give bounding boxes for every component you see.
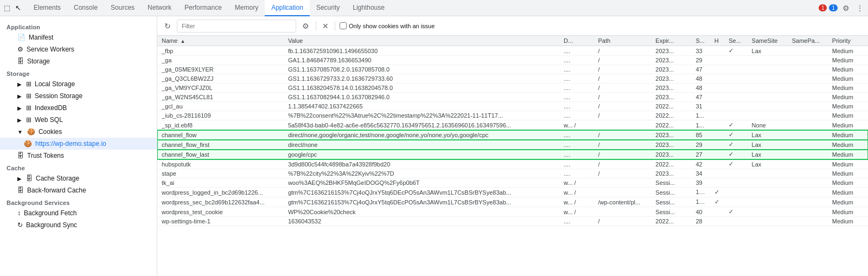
table-row[interactable]: wordpress_sec_bc2d69b122632faa4...gtm%7C… (157, 197, 868, 207)
tab-network[interactable]: Network (141, 0, 178, 16)
tab-memory[interactable]: Memory (228, 0, 265, 16)
filter-options-icon[interactable]: ⚙ (299, 20, 311, 32)
col-header-name[interactable]: Name ▲ (157, 36, 284, 46)
sidebar-item-manifest[interactable]: 📄 Manifest (0, 31, 157, 43)
sidebar-item-label: Background Sync (26, 221, 77, 229)
tab-lighthouse[interactable]: Lighthouse (346, 0, 391, 16)
table-row[interactable]: wordpress_logged_in_bc2d69b1226...gtm%7C… (157, 188, 868, 197)
table-row[interactable]: _iub_cs-28116109%7B%22consent%22%3Atrue%… (157, 111, 868, 120)
issue-filter-checkbox[interactable] (340, 22, 347, 29)
devtools-inspect-icon[interactable]: ↖ (13, 3, 23, 13)
manifest-icon: 📄 (17, 34, 25, 41)
col-header-priority[interactable]: Priority (828, 36, 868, 46)
col-header-value[interactable]: Value (284, 36, 559, 46)
table-row[interactable]: _fbpfb.1.1636725910961.1496655030..../20… (157, 46, 868, 56)
sidebar-item-cookies[interactable]: ▼ 🍪 Cookies (0, 126, 157, 138)
background-sync-icon: ↻ (17, 221, 23, 229)
table-row[interactable]: _ga_VM9YCFJZ0LGS1.1.1638204578.14.0.1638… (157, 84, 868, 93)
expand-icon: ▼ (17, 129, 23, 135)
sidebar: Application 📄 Manifest ⚙ Service Workers… (0, 16, 157, 276)
settings-icon[interactable]: ⚙ (840, 2, 852, 14)
cookies-icon: 🍪 (27, 128, 35, 136)
service-workers-icon: ⚙ (17, 46, 23, 53)
issue-filter-checkbox-label[interactable]: Only show cookies with an issue (340, 22, 435, 29)
expand-icon: ▶ (17, 176, 22, 182)
tab-application[interactable]: Application (265, 0, 310, 16)
session-storage-icon: ⊞ (26, 92, 31, 100)
content-area: ↻ ⚙ ✕ Only show cookies with an issue Na… (157, 16, 868, 276)
table-row[interactable]: _ga_W2NS45CL81GS1.1.1637082944.1.0.16370… (157, 93, 868, 102)
col-header-expires[interactable]: Expir... (651, 36, 691, 46)
sidebar-item-label: Manifest (29, 34, 53, 41)
sidebar-section-storage: Storage (0, 67, 157, 78)
tab-console[interactable]: Console (67, 0, 104, 16)
local-storage-icon: ⊞ (26, 80, 31, 88)
table-row[interactable]: _gaGA1.1.846847789.1636653490..../2023..… (157, 56, 868, 65)
sidebar-item-label: Service Workers (27, 46, 74, 53)
filter-input[interactable] (177, 20, 296, 33)
sidebar-item-label: Web SQL (35, 116, 63, 124)
table-row[interactable]: wordpress_test_cookieWP%20Cookie%20check… (157, 207, 868, 217)
expand-icon: ▶ (17, 81, 22, 87)
sidebar-item-label: Trust Tokens (27, 152, 64, 159)
table-row[interactable]: hubspotutk3d9d800c544fc4898ba7a43928f9bd… (157, 159, 868, 169)
sidebar-item-background-sync[interactable]: ↻ Background Sync (0, 219, 157, 231)
table-row[interactable]: channel_flow_firstdirect/none..../2023..… (157, 140, 868, 150)
col-header-http[interactable]: H (710, 36, 724, 46)
table-row[interactable]: channel_flow_lastgoogle/cpc..../2023...2… (157, 150, 868, 159)
issue-filter-label: Only show cookies with an issue (349, 23, 435, 29)
sidebar-item-trust-tokens[interactable]: 🗄 Trust Tokens (0, 150, 157, 162)
table-row[interactable]: wp-settings-time-11636043532..../2022...… (157, 217, 868, 226)
tab-security[interactable]: Security (310, 0, 346, 16)
sidebar-item-label: IndexedDB (35, 104, 67, 112)
trust-tokens-icon: 🗄 (17, 152, 24, 159)
table-header-row: Name ▲ Value D... Path Expir... S... H S… (157, 36, 868, 46)
indexeddb-icon: ⊞ (26, 104, 31, 112)
sidebar-item-label: Storage (27, 57, 50, 65)
clear-filter-button[interactable]: ✕ (321, 21, 330, 31)
table-row[interactable]: _ga_Q3CL6BW2ZJGS1.1.1636729733.2.0.16367… (157, 74, 868, 84)
sidebar-item-session-storage[interactable]: ▶ ⊞ Session Storage (0, 90, 157, 102)
col-header-secure[interactable]: Se... (724, 36, 747, 46)
error-badge: 1 (819, 4, 827, 11)
col-header-domain[interactable]: D... (559, 36, 594, 46)
expand-icon: ▶ (17, 105, 22, 111)
sidebar-item-back-forward-cache[interactable]: 🗄 Back-forward Cache (0, 184, 157, 196)
table-row[interactable]: tk_aiwoo%3AEQ%2BHKF5MqGeIDOGQ%2Fy6p0b6Tw… (157, 178, 868, 188)
sidebar-item-cookies-url[interactable]: 🍪 https://wp-demo.stape.io (0, 138, 157, 150)
col-header-path[interactable]: Path (593, 36, 651, 46)
sidebar-item-label: Background Fetch (24, 209, 76, 217)
table-row[interactable]: stape%7B%22city%22%3A%22Kyiv%22%7D..../2… (157, 169, 868, 178)
sidebar-item-label: Local Storage (35, 80, 75, 88)
table-row[interactable]: _gcl_au1.1.385447402.1637422665..../2022… (157, 102, 868, 111)
table-row[interactable]: channel_flowdirect/none,google/organic,t… (157, 130, 868, 140)
toolbar: ↻ ⚙ ✕ Only show cookies with an issue (157, 16, 868, 36)
col-header-samesite[interactable]: SameSite (748, 36, 788, 46)
sidebar-item-indexeddb[interactable]: ▶ ⊞ IndexedDB (0, 102, 157, 114)
refresh-button[interactable]: ↻ (162, 20, 174, 32)
col-header-samepa[interactable]: SamePa... (788, 36, 828, 46)
devtools-dock-icon[interactable]: ⬚ (2, 3, 12, 13)
sidebar-section-background: Background Services (0, 196, 157, 207)
sidebar-section-application: Application (0, 21, 157, 31)
separator (335, 21, 335, 31)
sidebar-item-web-sql[interactable]: ▶ ⊞ Web SQL (0, 114, 157, 126)
separator (316, 21, 316, 31)
expand-icon: ▶ (17, 117, 22, 123)
table-row[interactable]: _sp_id.ebf85a58f43d-bab0-4e82-ac6e-e856c… (157, 120, 868, 130)
more-options-icon[interactable]: ⋮ (854, 2, 866, 14)
sidebar-item-local-storage[interactable]: ▶ ⊞ Local Storage (0, 78, 157, 90)
col-header-size[interactable]: S... (691, 36, 710, 46)
tab-elements[interactable]: Elements (27, 0, 67, 16)
sidebar-item-storage[interactable]: 🗄 Storage (0, 55, 157, 67)
tab-sources[interactable]: Sources (104, 0, 141, 16)
sidebar-item-cache-storage[interactable]: ▶ 🗄 Cache Storage (0, 172, 157, 184)
sidebar-item-service-workers[interactable]: ⚙ Service Workers (0, 43, 157, 55)
tab-performance[interactable]: Performance (178, 0, 228, 16)
table-row[interactable]: _ga_0SME9XLYERGS1.1.1637085708.2.0.16370… (157, 65, 868, 74)
background-fetch-icon: ↕ (17, 209, 21, 217)
sidebar-item-background-fetch[interactable]: ↕ Background Fetch (0, 207, 157, 219)
sidebar-item-label: Cache Storage (36, 175, 79, 182)
sidebar-section-cache: Cache (0, 162, 157, 172)
back-forward-cache-icon: 🗄 (17, 187, 24, 194)
